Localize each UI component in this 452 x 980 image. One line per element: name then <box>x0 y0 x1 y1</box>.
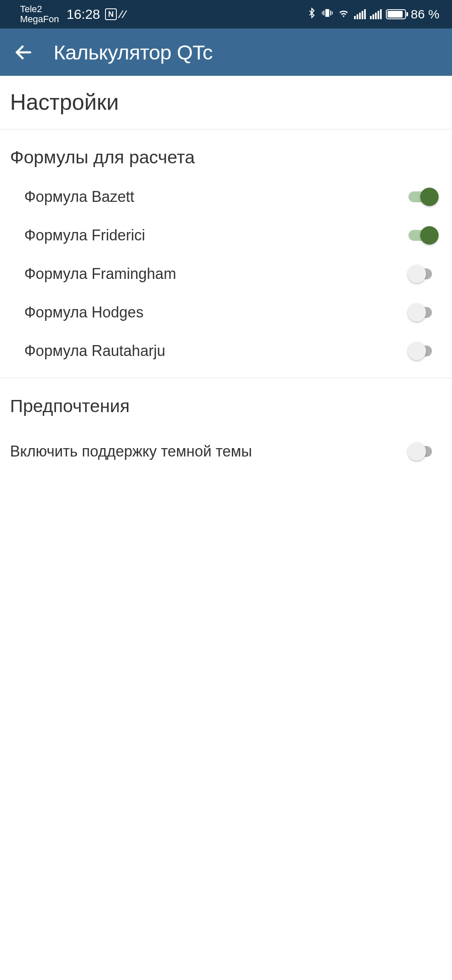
status-bar: Tele2 MegaFon 16:28 N ⁄⁄ ⁄⁄ 86 % <box>0 0 452 28</box>
formula-row-friderici[interactable]: Формула Friderici <box>0 216 452 255</box>
carrier-2: MegaFon <box>20 14 59 24</box>
formula-label: Формула Hodges <box>24 304 144 321</box>
section-formulas-title: Формулы для расчета <box>0 129 452 178</box>
formula-label: Формула Rautaharju <box>24 342 165 360</box>
svg-rect-3 <box>322 11 323 14</box>
bluetooth-icon <box>306 8 317 21</box>
svg-rect-2 <box>330 10 331 15</box>
page-title: Настройки <box>0 76 452 129</box>
arrow-left-icon <box>13 42 33 62</box>
formula-label: Формула Framingham <box>24 265 176 283</box>
formula-row-framingham[interactable]: Формула Framingham <box>0 255 452 293</box>
preference-switch-dark-theme[interactable] <box>408 441 439 462</box>
data-icon-1: ⁄⁄ <box>120 8 121 21</box>
data-icon-2: ⁄⁄ <box>124 8 124 21</box>
formula-switch-friderici[interactable] <box>408 225 439 245</box>
section-preferences-title: Предпочтения <box>0 378 452 426</box>
formula-switch-rautaharju[interactable] <box>408 341 439 361</box>
formula-label: Формула Friderici <box>24 227 145 244</box>
battery-icon <box>386 9 406 19</box>
back-button[interactable] <box>12 41 35 64</box>
app-title: Калькулятор QTc <box>54 41 213 64</box>
formula-switch-hodges[interactable] <box>408 302 439 322</box>
status-left-icons: N ⁄⁄ ⁄⁄ <box>105 8 124 21</box>
formula-switch-framingham[interactable] <box>408 264 439 284</box>
status-left: Tele2 MegaFon 16:28 N ⁄⁄ ⁄⁄ <box>20 4 124 24</box>
svg-rect-4 <box>332 11 333 14</box>
formula-label: Формула Bazett <box>24 188 134 206</box>
vibrate-icon <box>321 7 333 22</box>
svg-rect-1 <box>323 10 324 15</box>
nfc-icon: N <box>105 8 117 20</box>
status-time: 16:28 <box>67 7 100 22</box>
wifi-icon <box>337 7 350 22</box>
app-bar: Калькулятор QTc <box>0 28 452 76</box>
signal-icon-1 <box>354 9 366 19</box>
carrier-1: Tele2 <box>20 4 59 14</box>
signal-icon-2 <box>370 9 382 19</box>
formula-row-rautaharju[interactable]: Формула Rautaharju <box>0 332 452 370</box>
formula-row-bazett[interactable]: Формула Bazett <box>0 178 452 216</box>
battery-percent: 86 % <box>411 7 439 21</box>
formula-switch-bazett[interactable] <box>408 187 439 207</box>
preference-row-dark-theme[interactable]: Включить поддержку темной темы <box>0 426 452 471</box>
formula-row-hodges[interactable]: Формула Hodges <box>0 293 452 332</box>
svg-rect-0 <box>325 9 329 17</box>
carrier-names: Tele2 MegaFon <box>20 4 59 24</box>
preference-label: Включить поддержку темной темы <box>10 443 252 460</box>
status-right: 86 % <box>306 7 439 22</box>
